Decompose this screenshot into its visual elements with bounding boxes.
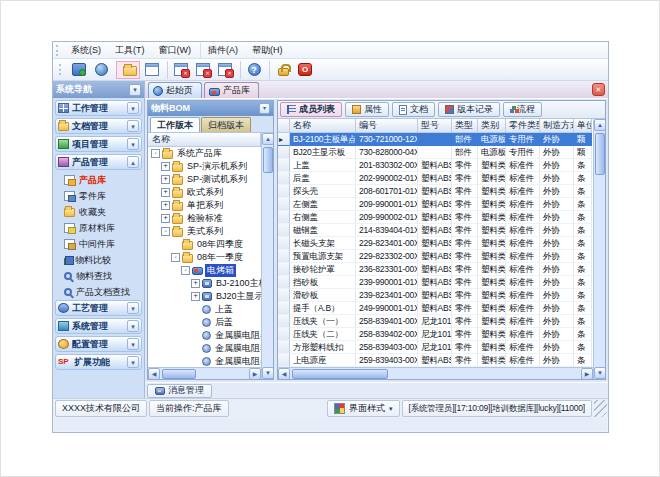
sidebar-entry[interactable]: 扩展功能 bbox=[55, 354, 142, 370]
table-row[interactable]: ▸ 提手（A.B） 249-990001-01X 塑料ABS 零件 塑料类 标准… bbox=[278, 302, 592, 315]
toolbar-button[interactable] bbox=[240, 61, 264, 79]
tree-vertical-scrollbar[interactable]: ▲ ▼ bbox=[261, 133, 273, 379]
tree-item[interactable]: + 单把系列 bbox=[148, 199, 261, 212]
sidebar-entry[interactable]: 产品管理 bbox=[55, 154, 142, 170]
close-tab-button[interactable]: ✕ bbox=[592, 83, 605, 96]
sidebar-entry[interactable]: 原材料库 bbox=[55, 220, 142, 236]
tree-expander[interactable]: - bbox=[161, 227, 170, 236]
tree-column-header[interactable]: 名称 bbox=[148, 133, 261, 147]
chevron-button[interactable] bbox=[127, 320, 139, 332]
table-row[interactable]: ▸ BJ20主显示板 730-828000-04X 部件 电源板 专用件 外协 bbox=[278, 146, 592, 159]
table-column-header[interactable]: 型号 bbox=[418, 119, 452, 133]
menu-item[interactable]: 工具(T) bbox=[108, 43, 152, 58]
interface-style-dropdown[interactable]: 界面样式 ▾ bbox=[327, 400, 400, 417]
members-tab[interactable]: 版本记录 bbox=[438, 102, 500, 117]
table-row[interactable]: ▸ 探头壳 208-601701-01X 塑料ABS 零件 塑料类 标准件 外协 bbox=[278, 185, 592, 198]
row-selector-cell[interactable]: ▸ bbox=[278, 289, 290, 302]
sidebar-entry[interactable]: 工艺管理 bbox=[55, 300, 142, 316]
row-selector-cell[interactable]: ▸ bbox=[278, 263, 290, 276]
row-selector-cell[interactable]: ▸ bbox=[278, 341, 290, 354]
toolbar-button[interactable] bbox=[295, 61, 315, 79]
version-tab[interactable]: 归档版本 bbox=[201, 117, 251, 132]
table-vertical-scrollbar[interactable]: ▲ ▼ bbox=[593, 119, 605, 379]
row-selector-cell[interactable]: ▸ bbox=[278, 211, 290, 224]
table-row[interactable]: ▸ 磁钢盖 214-839404-01X 塑料ABS 零件 塑料类 标准件 外协 bbox=[278, 224, 592, 237]
table-row[interactable]: ▸ 挡砂板 239-990001-01X 塑料ABS 零件 塑料类 标准件 外协 bbox=[278, 276, 592, 289]
tree-expander[interactable]: + bbox=[161, 214, 170, 223]
table-column-header[interactable]: 零件类型 bbox=[506, 119, 540, 133]
tree-expander[interactable]: + bbox=[161, 201, 170, 210]
menu-item[interactable]: 帮助(H) bbox=[245, 43, 290, 58]
tree-item[interactable]: + BJ-2100主板单点 bbox=[148, 277, 261, 290]
message-manager-tab[interactable]: 消息管理 bbox=[147, 384, 212, 398]
row-selector-cell[interactable]: ▸ bbox=[278, 276, 290, 289]
tree-expander[interactable]: + bbox=[191, 292, 200, 301]
scroll-thumb[interactable] bbox=[263, 147, 273, 173]
toolbar-button[interactable] bbox=[91, 61, 111, 79]
toolbar-grip[interactable] bbox=[59, 64, 64, 75]
tree-expander[interactable]: + bbox=[161, 175, 170, 184]
scroll-right-button[interactable]: ▶ bbox=[581, 368, 593, 379]
toolbar-button[interactable] bbox=[116, 61, 140, 79]
table-column-header[interactable]: 制造方式 bbox=[540, 119, 574, 133]
members-tab[interactable]: 成员列表 bbox=[280, 102, 342, 117]
tree-expander[interactable]: + bbox=[191, 279, 200, 288]
document-tab[interactable]: 起始页 bbox=[148, 82, 202, 98]
tree-item[interactable]: 后盖 bbox=[148, 316, 261, 329]
table-column-header[interactable]: 类型 bbox=[452, 119, 478, 133]
sidebar-options-button[interactable]: ▾ bbox=[129, 84, 141, 96]
bom-panel-pin-button[interactable]: ▾ bbox=[259, 103, 270, 114]
row-selector-cell[interactable]: ▸ bbox=[278, 237, 290, 250]
scroll-right-button[interactable]: ▶ bbox=[249, 368, 261, 379]
version-tab[interactable]: 工作版本 bbox=[150, 117, 200, 132]
document-tab[interactable]: 产品库 bbox=[204, 82, 259, 98]
sidebar-entry[interactable]: 文档管理 bbox=[55, 118, 142, 134]
scroll-thumb[interactable] bbox=[292, 369, 388, 379]
sidebar-entry[interactable]: 系统管理 bbox=[55, 318, 142, 334]
row-selector-cell[interactable]: ▸ bbox=[278, 159, 290, 172]
members-tab[interactable]: 文档 bbox=[392, 102, 435, 117]
scroll-thumb[interactable] bbox=[162, 369, 196, 379]
toolbar-button[interactable] bbox=[142, 61, 162, 79]
sidebar-entry[interactable]: 工作管理 bbox=[55, 100, 142, 116]
table-row[interactable]: ▸ 后盖 202-990002-01X 塑料ABS 零件 塑料类 标准件 外协 bbox=[278, 172, 592, 185]
scroll-thumb[interactable] bbox=[595, 133, 605, 175]
sidebar-entry[interactable]: 产品库 bbox=[55, 172, 142, 188]
toolbar-button[interactable] bbox=[269, 61, 293, 79]
toolbar-button[interactable] bbox=[69, 61, 89, 79]
scroll-left-button[interactable]: ◀ bbox=[148, 368, 160, 379]
resize-grip[interactable] bbox=[594, 400, 607, 417]
row-selector-cell[interactable]: ▸ bbox=[278, 328, 290, 341]
table-row[interactable]: ▸ 右侧盖 209-990002-01X 塑料ABS 零件 塑料类 标准件 外协 bbox=[278, 211, 592, 224]
sidebar-entry[interactable]: 中间件库 bbox=[55, 236, 142, 252]
tree-item[interactable]: - 美式系列 bbox=[148, 225, 261, 238]
toolbar-button[interactable] bbox=[193, 61, 213, 79]
scroll-up-button[interactable]: ▲ bbox=[594, 119, 605, 131]
chevron-button[interactable] bbox=[127, 356, 139, 368]
menu-item[interactable]: 插件(A) bbox=[200, 43, 245, 58]
tree-item[interactable]: + SP-演示机系列 bbox=[148, 160, 261, 173]
tree-item[interactable]: 金属膜电阻器 bbox=[148, 329, 261, 342]
table-row[interactable]: ▸ 上电源座 259-839403-00X 塑料ABS 零件 塑料类 标准件 外… bbox=[278, 354, 592, 367]
tree-item[interactable]: + BJ20主显示板 bbox=[148, 290, 261, 303]
tree-item[interactable]: 金属膜电阻器 bbox=[148, 355, 261, 367]
tree-expander[interactable]: - bbox=[181, 266, 190, 275]
chevron-button[interactable] bbox=[127, 156, 139, 168]
tree-item[interactable]: 金属膜电阻器 bbox=[148, 342, 261, 355]
table-column-header[interactable]: 单位 bbox=[574, 119, 592, 133]
tree-item[interactable]: - 电烤箱 bbox=[148, 264, 261, 277]
sidebar-entry[interactable]: 收藏夹 bbox=[55, 204, 142, 220]
chevron-button[interactable] bbox=[127, 338, 139, 350]
toolbar-button[interactable] bbox=[167, 61, 191, 79]
menu-item[interactable]: 窗口(W) bbox=[152, 43, 199, 58]
table-row[interactable]: ▸ BJ-2100主板单点 730-721000-12X 部件 电源板 专用件 … bbox=[278, 133, 592, 146]
menu-item[interactable]: 系统(S) bbox=[64, 43, 108, 58]
table-column-header[interactable]: 编号 bbox=[356, 119, 418, 133]
row-selector-cell[interactable]: ▸ bbox=[278, 302, 290, 315]
table-column-header[interactable]: 类别 bbox=[478, 119, 506, 133]
table-row[interactable]: ▸ 预置电源支架 229-823302-00X 塑料ABS 零件 塑料类 标准件… bbox=[278, 250, 592, 263]
scroll-down-button[interactable]: ▼ bbox=[594, 367, 605, 379]
tree-horizontal-scrollbar[interactable]: ◀ ▶ bbox=[148, 367, 261, 379]
table-horizontal-scrollbar[interactable]: ◀ ▶ bbox=[278, 367, 593, 379]
table-row[interactable]: ▸ 压线夹（一） 258-839401-00X 尼龙1010 零件 塑料类 标准… bbox=[278, 315, 592, 328]
